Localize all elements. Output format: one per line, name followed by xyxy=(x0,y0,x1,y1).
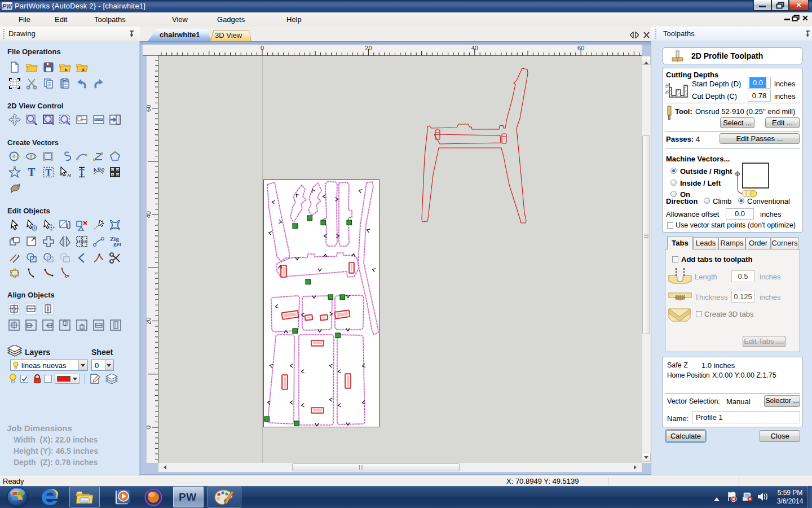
svg-text:0: 0 xyxy=(147,426,152,429)
svg-text:B: B xyxy=(98,167,101,172)
svg-text:0: 0 xyxy=(261,45,264,51)
svg-text:40: 40 xyxy=(471,45,478,51)
svg-text:20: 20 xyxy=(147,317,152,324)
svg-text:B: B xyxy=(116,173,119,177)
svg-text:C: C xyxy=(100,167,105,173)
svg-text:T: T xyxy=(45,167,52,178)
svg-text:60: 60 xyxy=(577,45,584,51)
svg-text:A: A xyxy=(92,167,98,173)
svg-text:40: 40 xyxy=(147,211,152,218)
svg-text:20: 20 xyxy=(365,45,372,51)
svg-text:T: T xyxy=(28,166,36,178)
svg-text:A: A xyxy=(111,173,114,177)
svg-text:60: 60 xyxy=(147,105,152,112)
svg-text:T: T xyxy=(79,168,85,177)
svg-text:ger: ger xyxy=(113,240,121,247)
svg-text:AB: AB xyxy=(67,173,71,178)
svg-text:C: C xyxy=(111,168,114,172)
svg-text:D: D xyxy=(116,168,119,172)
